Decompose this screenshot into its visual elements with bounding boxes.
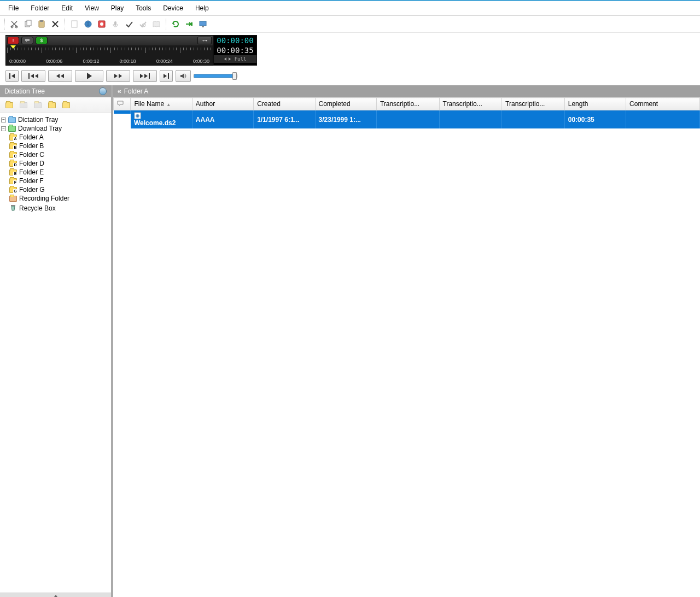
toolbar-separator [65,19,65,30]
skip-start-button[interactable] [5,70,19,82]
dictation-icon[interactable] [109,17,122,31]
column-header[interactable]: Completed [315,98,376,110]
folder-add-icon[interactable] [60,99,72,110]
svg-rect-3 [27,20,31,26]
svg-rect-10 [114,21,116,26]
tree-folder-b[interactable]: BFolder B [1,142,110,150]
column-header[interactable]: Created [254,98,315,110]
delete-icon[interactable] [49,17,62,31]
menu-edit[interactable]: Edit [55,2,79,14]
recycle-icon [9,203,17,213]
folder-icon: G [9,187,17,193]
marker-green-icon[interactable]: $ [36,37,48,44]
folder-yellow-icon[interactable] [3,99,15,110]
pin-icon[interactable] [99,87,107,95]
timeline-strip: ! $ ⊶ 0:00:000:00:060:00:120:00:180:00:2… [0,33,700,68]
column-header[interactable]: Transcriptio... [439,98,502,110]
sidebar: Dictation Tree −Dictation Tray−Download … [0,85,113,597]
column-header[interactable]: File Name▲ [131,98,192,110]
stamp-icon[interactable] [136,17,149,31]
volume-slider[interactable] [194,74,237,78]
menu-file[interactable]: File [2,2,25,14]
column-header[interactable] [114,98,131,110]
content-title: Folder A [124,87,149,95]
folder-icon [9,196,17,202]
book-icon[interactable] [150,17,163,31]
file-table: File Name▲AuthorCreatedCompletedTranscri… [113,97,700,597]
send-icon[interactable] [183,17,196,31]
next-button[interactable] [133,70,157,82]
marker-red-icon[interactable]: ! [7,37,19,44]
volume-icon[interactable] [176,70,191,82]
folder-gray-icon[interactable] [18,99,30,110]
tree-folder-a[interactable]: AFolder A [1,133,110,142]
checkmark-icon[interactable] [122,17,136,31]
file-icon: ◉ [134,112,141,119]
folder-open-icon[interactable] [46,99,58,110]
folder-icon: F [9,178,17,184]
menubar: FileFolderEditViewPlayToolsDeviceHelp [0,1,700,16]
tree-recording-folder[interactable]: Recording Folder [1,194,110,203]
expand-icon[interactable]: − [1,118,6,122]
menu-device[interactable]: Device [157,2,189,14]
cut-icon[interactable] [8,17,21,31]
monitor-icon[interactable] [196,17,209,31]
record-icon[interactable] [95,17,108,31]
time-total: 00:00:35 [214,45,256,55]
timeline-track[interactable]: ! $ ⊶ 0:00:000:00:060:00:120:00:180:00:2… [5,35,213,66]
skip-end-button[interactable] [160,70,173,82]
time-mode[interactable]: Full [214,55,256,63]
tree-dictation-tray[interactable]: −Dictation Tray [1,115,110,124]
menu-view[interactable]: View [79,2,105,14]
copy-icon[interactable] [21,17,34,31]
tree-folder-c[interactable]: CFolder C [1,150,110,159]
folder-toolbar [0,97,111,113]
time-display: 00:00:00 00:00:35 Full [213,35,257,66]
svg-rect-12 [191,22,192,26]
play-button[interactable] [75,70,103,82]
collapse-icon[interactable]: « [118,87,120,95]
lock-icon[interactable]: ⊶ [197,37,212,44]
tree-label: Folder C [19,151,44,159]
tree-label: Folder D [19,160,44,167]
column-header[interactable]: Author [192,98,253,110]
tree-folder-e[interactable]: EFolder E [1,168,110,177]
table-row[interactable]: ◉ Welcome.ds2AAAA1/1/1997 6:1...3/23/199… [114,110,700,129]
folder-icon: A [9,134,17,141]
toolbar-separator [166,19,166,30]
forward-button[interactable] [106,70,130,82]
paste-icon[interactable] [35,17,48,31]
content-panel: « Folder A File Name▲AuthorCreatedComple… [113,85,700,597]
sidebar-collapse[interactable] [0,593,111,597]
tree-download-tray[interactable]: −Download Tray [1,124,110,133]
column-header[interactable]: Transcriptio... [376,98,439,110]
tree-folder-g[interactable]: GFolder G [1,185,110,194]
refresh-icon[interactable] [169,17,182,31]
prev-button[interactable] [21,70,45,82]
svg-rect-5 [40,20,43,22]
folder-icon: D [9,161,17,167]
transport-controls [0,68,700,85]
menu-tools[interactable]: Tools [130,2,157,14]
new-file-icon[interactable] [68,17,81,31]
column-header[interactable]: Length [564,98,626,110]
time-current: 00:00:00 [214,36,256,45]
column-header[interactable]: Comment [626,98,700,110]
marker-comment-icon[interactable] [21,37,33,44]
menu-play[interactable]: Play [105,2,130,14]
globe-icon[interactable] [81,17,95,31]
menu-help[interactable]: Help [189,2,215,14]
folder-gray2-icon[interactable] [32,99,44,110]
expand-icon[interactable]: − [1,126,6,131]
tree-folder-d[interactable]: DFolder D [1,159,110,168]
menu-folder[interactable]: Folder [25,2,55,14]
tree-folder-f[interactable]: FFolder F [1,177,110,185]
folder-tree: −Dictation Tray−Download TrayAFolder ABF… [0,113,111,593]
content-header: « Folder A [113,85,700,97]
svg-rect-15 [11,205,15,206]
column-header[interactable]: Transcriptio... [502,98,565,110]
folder-icon: B [9,143,17,149]
tree-recycle-box[interactable]: Recycle Box [1,203,110,213]
timeline-ruler[interactable]: 0:00:000:00:060:00:120:00:180:00:240:00:… [6,45,213,65]
rewind-button[interactable] [48,70,72,82]
